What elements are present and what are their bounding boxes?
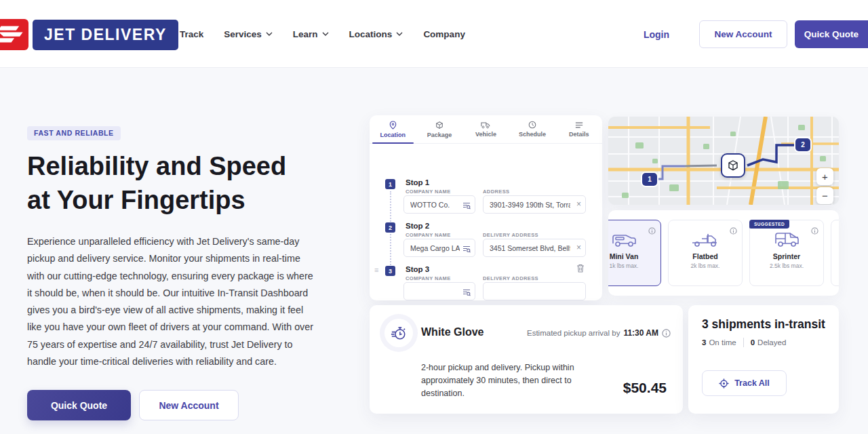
service-description: 2-hour pickup and delivery. Pickup withi… xyxy=(421,361,591,400)
track-all-button[interactable]: Track All xyxy=(702,370,787,396)
login-link[interactable]: Login xyxy=(644,29,669,40)
vehicle-capacity: 2.5k lbs max. xyxy=(770,262,804,269)
stop-2-address-label: DELIVERY ADDRESS xyxy=(483,232,538,238)
new-account-button[interactable]: New Account xyxy=(699,20,787,48)
company-lookup-icon[interactable] xyxy=(462,287,471,299)
map-marker-1[interactable]: 1 xyxy=(642,173,657,186)
map-zoom-out-button[interactable]: − xyxy=(816,187,833,204)
nav-company[interactable]: Company xyxy=(423,29,465,39)
hero-quick-quote-button[interactable]: Quick Quote xyxy=(27,390,131,420)
stop-1-title: Stop 1 xyxy=(406,178,429,186)
logo-wordmark[interactable]: JET DELIVERY xyxy=(33,20,178,50)
info-icon[interactable] xyxy=(648,225,656,237)
delete-stop-icon[interactable] xyxy=(576,263,585,275)
stop-2-address-input[interactable] xyxy=(483,239,586,257)
list-lines-icon xyxy=(575,121,583,129)
info-icon[interactable] xyxy=(811,225,818,237)
stops-section: 1 Stop 1 COMPANY NAME ADDRESS × 2 Stop 2… xyxy=(370,144,602,300)
company-lookup-icon[interactable] xyxy=(462,243,471,256)
stop-3-address-label: DELIVERY ADDRESS xyxy=(483,275,538,281)
clear-address-icon[interactable]: × xyxy=(576,199,581,210)
vehicle-name: Mini Van xyxy=(610,252,639,260)
tab-vehicle[interactable]: Vehicle xyxy=(462,115,509,143)
nav-services[interactable]: Services xyxy=(224,29,273,39)
flatbed-truck-icon xyxy=(691,231,719,250)
quote-form-card: Location Package Vehicle Schedule Detail… xyxy=(370,115,602,300)
truck-icon xyxy=(481,121,490,129)
nav-locations-label: Locations xyxy=(349,29,393,39)
stop-2-address-field: × xyxy=(483,239,586,257)
info-icon[interactable] xyxy=(730,225,737,237)
vehicle-card-partial[interactable] xyxy=(831,220,839,286)
stop-3-title: Stop 3 xyxy=(406,265,429,273)
hero-badge: FAST AND RELIABLE xyxy=(27,126,121,140)
vehicle-card-flatbed[interactable]: Flatbed 2k lbs max. xyxy=(668,220,743,286)
page-title: Reliability and Speed at Your Fingertips xyxy=(27,149,326,217)
route-map[interactable]: 1 2 + − xyxy=(608,117,839,205)
tab-details[interactable]: Details xyxy=(555,115,602,143)
drag-handle-icon[interactable]: ≡ xyxy=(374,266,378,274)
tab-schedule[interactable]: Schedule xyxy=(509,115,556,143)
location-pin-icon xyxy=(389,121,397,130)
eta-prefix: Estimated pickup arrival by xyxy=(527,329,620,337)
nav-services-label: Services xyxy=(224,29,262,39)
vehicle-name: Flatbed xyxy=(692,252,717,260)
stop-1-company-label: COMPANY NAME xyxy=(406,189,451,195)
quick-quote-button[interactable]: Quick Quote xyxy=(795,20,868,48)
page: JET DELIVERY Track Services Learn Locati… xyxy=(0,0,868,434)
vehicle-capacity: 2k lbs max. xyxy=(691,262,720,269)
tab-location[interactable]: Location xyxy=(370,115,416,143)
delayed-count: 0 xyxy=(751,338,755,347)
vehicle-name: Sprinter xyxy=(773,252,800,260)
vehicle-selector-panel: Mini Van 1k lbs max. Flatbed 2k lbs max.… xyxy=(608,210,839,296)
vehicle-card-sprinter[interactable]: SUGGESTED Sprinter 2.5k lbs max. xyxy=(749,220,824,286)
shipments-in-transit-card: 3 shipments in-transit 3 On time 0 Delay… xyxy=(688,305,839,414)
logo-glyph xyxy=(0,24,24,45)
nav-locations[interactable]: Locations xyxy=(349,29,403,39)
stop-2-title: Stop 2 xyxy=(406,222,429,230)
stop-3-address-input[interactable] xyxy=(483,282,586,300)
package-location-pin[interactable] xyxy=(721,153,745,178)
shipments-stats: 3 On time 0 Delayed xyxy=(702,338,786,347)
suggested-badge: SUGGESTED xyxy=(749,220,789,229)
header-actions: Login New Account Quick Quote xyxy=(644,20,868,48)
stop-2-company-field xyxy=(403,239,475,257)
delayed-label: Delayed xyxy=(757,338,786,347)
hero-description: Experience unparalleled efficiency with … xyxy=(27,233,316,370)
clear-address-icon[interactable]: × xyxy=(576,242,581,253)
stop-1-badge: 1 xyxy=(385,179,395,189)
service-option-card[interactable]: White Glove Estimated pickup arrival by … xyxy=(370,305,683,414)
company-lookup-icon[interactable] xyxy=(462,200,471,212)
nav-track[interactable]: Track xyxy=(180,29,203,39)
vehicle-card-row: Mini Van 1k lbs max. Flatbed 2k lbs max.… xyxy=(608,220,839,286)
stop-1-address-input[interactable] xyxy=(483,195,586,214)
service-icon-circle xyxy=(384,319,413,347)
jet-delivery-logo-icon[interactable] xyxy=(0,19,28,50)
crosshair-icon xyxy=(719,378,729,389)
hero-new-account-button[interactable]: New Account xyxy=(139,390,239,420)
chevron-down-icon xyxy=(266,32,273,36)
service-eta: Estimated pickup arrival by 11:30 AM xyxy=(527,328,671,338)
map-marker-2[interactable]: 2 xyxy=(795,138,810,151)
tab-package[interactable]: Package xyxy=(416,115,463,143)
vehicle-card-mini-van[interactable]: Mini Van 1k lbs max. xyxy=(608,220,661,286)
stop-1-address-field: × xyxy=(483,195,586,214)
hero-cta-group: Quick Quote New Account xyxy=(27,390,239,420)
mini-van-icon xyxy=(610,231,637,250)
stats-divider xyxy=(743,338,744,347)
main-nav: Track Services Learn Locations Company xyxy=(180,0,465,68)
stop-1-company-field xyxy=(403,195,475,214)
nav-company-label: Company xyxy=(423,29,465,39)
on-time-label: On time xyxy=(709,338,736,347)
quote-form-tabs: Location Package Vehicle Schedule Detail… xyxy=(370,115,602,144)
eta-time: 11:30 AM xyxy=(623,328,658,338)
stop-2-badge: 2 xyxy=(385,222,395,233)
chevron-down-icon xyxy=(322,32,329,36)
chevron-down-icon xyxy=(396,32,403,36)
service-price: $50.45 xyxy=(623,380,667,396)
nav-learn[interactable]: Learn xyxy=(293,29,329,39)
header: JET DELIVERY Track Services Learn Locati… xyxy=(0,0,868,68)
sprinter-van-icon xyxy=(773,231,800,250)
map-zoom-in-button[interactable]: + xyxy=(816,168,833,185)
info-icon[interactable] xyxy=(662,329,671,338)
